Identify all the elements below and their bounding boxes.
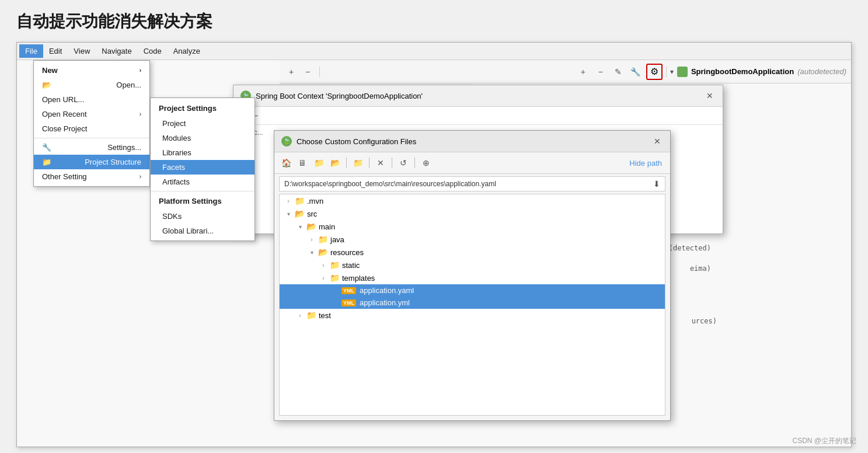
tree-item-java[interactable]: › 📁 java [280, 233, 665, 246]
hide-path-btn[interactable]: Hide path [626, 158, 665, 169]
expand-static: › [319, 262, 327, 269]
menu-view[interactable]: View [68, 44, 96, 58]
tree-item-resources[interactable]: ▾ 📂 resources [280, 246, 665, 259]
run-config-icon [677, 67, 688, 77]
tree-item-static[interactable]: › 📁 static [280, 259, 665, 271]
run-toolbar-sep [319, 67, 320, 77]
run-config-arrow: ▾ [670, 68, 674, 76]
menu-bar: File Edit View Navigate Code Analyze [17, 43, 851, 60]
file-menu-open-url[interactable]: Open URL... [34, 92, 149, 107]
menu-analyze[interactable]: Analyze [168, 44, 206, 58]
run-wrench-btn[interactable]: 🔧 [629, 65, 643, 79]
folder-icon-templates: 📁 [330, 273, 340, 283]
file-menu-project-structure[interactable]: 📁 Project Structure [34, 155, 149, 169]
tree-item-application-yaml[interactable]: YML application.yaml [280, 284, 665, 297]
tree-label-static: static [342, 261, 360, 270]
file-menu-settings[interactable]: 🔧 Settings... [34, 140, 149, 155]
open-icon: 📂 [42, 81, 51, 89]
tree-label-app-yml: application.yml [360, 298, 410, 307]
expand-src: ▾ [284, 211, 292, 217]
tree-item-test[interactable]: › 📁 test [280, 309, 665, 322]
path-bar: D:\workspace\springboot_demo\src\main\re… [279, 176, 665, 191]
project-settings-submenu: Project Settings Project Modules Librari… [150, 97, 255, 241]
other-setting-label: Other Setting [42, 172, 87, 181]
file-dropdown: New › 📂 Open... Open URL... Open Recent … [33, 60, 150, 187]
config-folder-extra-btn[interactable]: 📁 [351, 156, 365, 170]
config-toolbar: 🏠 🖥 📁 📂 📁 ✕ ↺ ⊕ Hide path [274, 152, 670, 174]
folder-icon-static: 📁 [330, 260, 340, 270]
expand-resources: ▾ [308, 249, 316, 256]
run-pencil-btn[interactable]: ✎ [611, 65, 625, 79]
menu-file[interactable]: File [19, 44, 43, 58]
new-label: New [42, 66, 58, 75]
ide-window: File Edit View Navigate Code Analyze eim… [16, 42, 852, 447]
submenu-sdks[interactable]: SDKs [151, 209, 255, 224]
folder-icon-resources: 📂 [318, 248, 328, 257]
submenu-facets[interactable]: Facets [151, 160, 255, 175]
file-menu-open-recent[interactable]: Open Recent › [34, 107, 149, 121]
run-settings-btn[interactable]: ⚙ [646, 64, 663, 80]
folder-icon-main: 📂 [306, 222, 316, 231]
tree-label-app-yaml: application.yaml [360, 286, 414, 295]
menu-navigate[interactable]: Navigate [96, 44, 137, 58]
tree-item-src[interactable]: ▾ 📂 src [280, 207, 665, 220]
file-menu-new[interactable]: New › [34, 63, 149, 78]
open-url-label: Open URL... [42, 95, 84, 104]
path-download-btn[interactable]: ⬇ [653, 179, 660, 189]
project-struct-icon: 📁 [42, 158, 51, 166]
submenu-modules[interactable]: Modules [151, 131, 255, 145]
config-refresh-btn[interactable]: ↺ [396, 156, 410, 170]
config-home-btn[interactable]: 🏠 [279, 156, 293, 170]
config-sep1 [346, 158, 347, 168]
file-menu-open[interactable]: 📂 Open... [34, 78, 149, 92]
expand-templates: › [319, 275, 327, 281]
new-chevron: › [140, 67, 141, 74]
submenu-global-libs[interactable]: Global Librari... [151, 224, 255, 238]
run-toolbar-minus[interactable]: − [301, 65, 315, 79]
submenu-project[interactable]: Project [151, 116, 255, 131]
file-menu-other-setting[interactable]: Other Setting › [34, 169, 149, 184]
other-setting-chevron: › [140, 173, 141, 180]
open-recent-label: Open Recent [42, 110, 87, 119]
spring-context-close[interactable]: ✕ [704, 90, 716, 102]
config-dialog-close[interactable]: ✕ [651, 135, 663, 147]
run-toolbar-add[interactable]: + [284, 65, 298, 79]
config-dialog-title: Choose Custom Configuration Files [297, 137, 416, 146]
tree-label-resources: resources [330, 248, 364, 257]
path-bar-text: D:\workspace\springboot_demo\src\main\re… [284, 180, 650, 188]
config-sep2 [369, 158, 369, 168]
open-recent-chevron: › [140, 111, 141, 117]
config-delete-btn[interactable]: ✕ [374, 156, 388, 170]
config-desktop-btn[interactable]: 🖥 [295, 156, 309, 170]
menu-code[interactable]: Code [138, 44, 168, 58]
tree-label-src: src [307, 210, 317, 218]
run-add-btn[interactable]: + [576, 65, 590, 79]
run-config-auto: (autodetected) [797, 67, 846, 76]
tree-item-mvn[interactable]: › 📁 .mvn [280, 194, 665, 207]
menu-edit[interactable]: Edit [43, 44, 68, 58]
submenu-artifacts[interactable]: Artifacts [151, 175, 255, 189]
folder-icon-mvn: 📁 [295, 196, 305, 205]
project-settings-header: Project Settings [151, 100, 255, 116]
tree-item-templates[interactable]: › 📁 templates [280, 271, 665, 284]
config-sep3 [392, 158, 392, 168]
tree-item-main[interactable]: ▾ 📂 main [280, 220, 665, 233]
config-folder-new-btn[interactable]: 📂 [328, 156, 342, 170]
folder-icon-test: 📁 [306, 311, 316, 320]
file-menu-close-project[interactable]: Close Project [34, 121, 149, 136]
run-minus-btn[interactable]: − [594, 65, 608, 79]
platform-settings-header: Platform Settings [151, 193, 255, 209]
spring-context-toolbar: + − [233, 107, 723, 125]
open-label: Open... [116, 81, 141, 89]
tree-label-java: java [330, 235, 344, 244]
snippet-4: eima) [690, 264, 711, 273]
config-folder-up-btn[interactable]: 📁 [312, 156, 326, 170]
config-copy-btn[interactable]: ⊕ [419, 156, 433, 170]
settings-icon: 🔧 [42, 143, 51, 152]
config-spring-icon: 🍃 [281, 136, 292, 147]
submenu-libraries[interactable]: Libraries [151, 145, 255, 160]
tree-item-application-yml[interactable]: YML application.yml [280, 297, 665, 309]
project-struct-label: Project Structure [85, 158, 141, 166]
expand-mvn: › [284, 198, 292, 204]
tree-label-templates: templates [342, 274, 375, 283]
